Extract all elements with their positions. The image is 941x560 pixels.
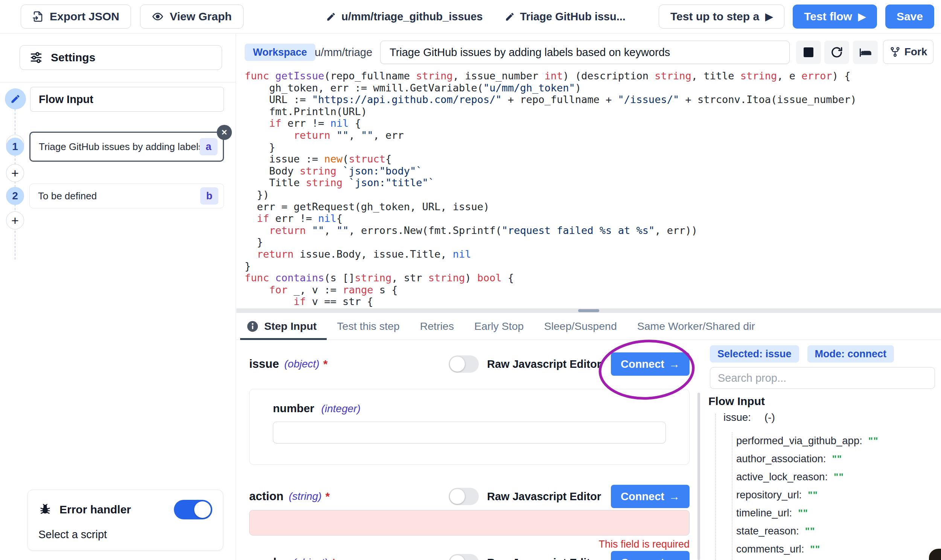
diff-button[interactable]	[853, 41, 878, 64]
test-flow-label: Test flow	[804, 10, 852, 23]
view-graph-button[interactable]: View Graph	[140, 5, 244, 29]
flow-path-crumb[interactable]: u/mm/triage_github_issues	[326, 11, 483, 23]
toggle-knob	[450, 555, 465, 560]
empty-string-value: ""	[808, 489, 818, 501]
flow-sidebar: Settings Flow Input + ✕ 1 Triage GitHub …	[0, 34, 236, 560]
tab-label: Test this step	[337, 320, 400, 332]
flow-path-text: u/mm/triage_github_issues	[341, 11, 483, 23]
prop-tree-list: performed_via_github_app:"" author_assoc…	[736, 432, 878, 560]
settings-button[interactable]: Settings	[20, 45, 222, 70]
error-handler-subtitle[interactable]: Select a script	[39, 528, 212, 541]
field-row-action: action (string) * Raw Javascript Editor …	[249, 484, 690, 509]
tab-step-input[interactable]: Step Input	[246, 320, 316, 333]
main-editor-area: Workspace u/mm/triage Fork func getIssue…	[236, 34, 941, 560]
sidebar-step-triage[interactable]: Triage GitHub issues by adding labels ..…	[29, 132, 224, 162]
tab-early-stop[interactable]: Early Stop	[474, 320, 524, 332]
child-field-name: number	[273, 402, 314, 414]
save-button[interactable]: Save	[885, 5, 934, 29]
arrow-right-icon: →	[669, 557, 680, 560]
tree-node-prop[interactable]: performed_via_github_app:""	[736, 432, 878, 450]
flow-title-crumb[interactable]: Triage GitHub issu...	[505, 11, 626, 23]
connect-button-action[interactable]: Connect →	[611, 485, 690, 508]
flow-input-node[interactable]: Flow Input	[30, 87, 224, 112]
tab-test-this-step[interactable]: Test this step	[337, 320, 400, 332]
field-type: (string)	[289, 491, 321, 503]
resize-grip	[578, 309, 599, 312]
empty-string-value: ""	[868, 435, 879, 447]
field-row-issue: issue (object) * Raw Javascript Editor C…	[249, 351, 690, 377]
connect-button-sender[interactable]: Connect →	[611, 551, 690, 560]
tree-node-prop[interactable]: repository_url:""	[736, 486, 878, 504]
tree-node-prop[interactable]: timeline_url:""	[736, 504, 878, 522]
raw-js-editor-label: Raw Javascript Editor	[487, 358, 601, 371]
test-flow-button[interactable]: Test flow ▶	[793, 5, 877, 29]
tree-node-prop[interactable]: state_reason:""	[736, 522, 878, 540]
field-row-sender: sender (object) * Raw Javascript Editor …	[249, 550, 690, 560]
code-editor[interactable]: func getIssue(repo_fullname string, issu…	[236, 70, 937, 309]
raw-js-editor-toggle-issue[interactable]	[449, 355, 479, 373]
tab-same-worker[interactable]: Same Worker/Shared dir	[637, 320, 755, 332]
export-json-label: Export JSON	[50, 10, 119, 23]
step-panel-scrollbar[interactable]	[697, 392, 700, 560]
view-graph-label: View Graph	[170, 10, 232, 23]
tree-node-prop[interactable]: labels_url:""	[736, 558, 878, 560]
raw-js-editor-toggle-action[interactable]	[449, 488, 479, 505]
sidebar-step-to-be-defined[interactable]: To be defined b	[29, 183, 224, 208]
git-fork-icon	[889, 46, 901, 57]
add-step-button-3[interactable]: +	[6, 211, 24, 229]
tree-node-issue[interactable]: issue: (-)	[723, 411, 775, 423]
delete-step-button[interactable]: ✕	[217, 125, 232, 140]
mode-badge: Mode: connect	[807, 345, 894, 363]
panel-resize-handle[interactable]	[236, 308, 941, 313]
error-handler-toggle[interactable]	[174, 500, 212, 519]
export-json-button[interactable]: Export JSON	[21, 5, 131, 29]
tree-node-value: (-)	[765, 411, 775, 423]
pencil-icon	[505, 12, 515, 22]
required-asterisk: *	[325, 490, 330, 503]
top-toolbar: Export JSON View Graph u/mm/triage_githu…	[0, 0, 941, 34]
plus-icon: +	[11, 166, 19, 180]
action-input-error-field[interactable]	[249, 510, 690, 535]
tree-guide-line	[715, 414, 716, 560]
code-lines: func getIssue(repo_fullname string, issu…	[245, 70, 937, 308]
connect-label: Connect	[621, 358, 664, 371]
connect-button-issue[interactable]: Connect →	[611, 352, 690, 376]
child-field-type: (integer)	[321, 403, 360, 414]
info-icon	[246, 320, 259, 333]
arrow-right-icon: →	[669, 358, 680, 371]
tree-node-prop[interactable]: active_lock_reason:""	[736, 468, 878, 486]
connect-label: Connect	[621, 557, 664, 560]
number-input[interactable]	[273, 422, 666, 443]
field-required-error: This field is required	[599, 538, 690, 550]
flow-connector-line	[15, 109, 15, 260]
tab-retries[interactable]: Retries	[420, 320, 454, 332]
search-prop-input[interactable]	[710, 367, 935, 389]
flow-input-section-title: Flow Input	[708, 395, 765, 408]
tab-sleep-suspend[interactable]: Sleep/Suspend	[544, 320, 617, 332]
step-id-badge: a	[199, 138, 218, 155]
raw-js-editor-toggle-sender[interactable]	[449, 554, 479, 560]
toggle-knob	[194, 502, 211, 518]
export-icon	[32, 11, 44, 22]
tree-node-prop[interactable]: comments_url:""	[736, 540, 878, 558]
bottom-tabbar: Step Input Test this step Retries Early …	[236, 313, 941, 340]
tree-node-key: issue:	[723, 411, 751, 423]
field-type: (object)	[293, 557, 328, 560]
tree-node-prop[interactable]: author_association:""	[736, 450, 878, 468]
required-asterisk: *	[332, 556, 336, 560]
test-up-to-step-label: Test up to step a	[670, 10, 759, 23]
toggle-knob	[450, 489, 465, 504]
summary-input[interactable]	[380, 41, 790, 64]
step-label: Triage GitHub issues by adding labels ..…	[39, 141, 199, 153]
field-type: (object)	[284, 358, 319, 370]
raw-js-editor-label: Raw Javascript Editor	[487, 491, 601, 503]
connect-panel: Selected: issue Mode: connect Flow Input…	[708, 340, 941, 560]
stop-button[interactable]	[796, 41, 821, 64]
add-step-button-2[interactable]: +	[6, 164, 24, 182]
flow-input-node-icon[interactable]	[5, 88, 26, 109]
fork-button[interactable]: Fork	[883, 40, 933, 64]
error-handler-card: Error handler Select a script	[28, 490, 223, 551]
bug-icon	[39, 503, 52, 516]
test-up-to-step-button[interactable]: Test up to step a ▶	[659, 5, 784, 29]
reload-button[interactable]	[824, 41, 849, 64]
